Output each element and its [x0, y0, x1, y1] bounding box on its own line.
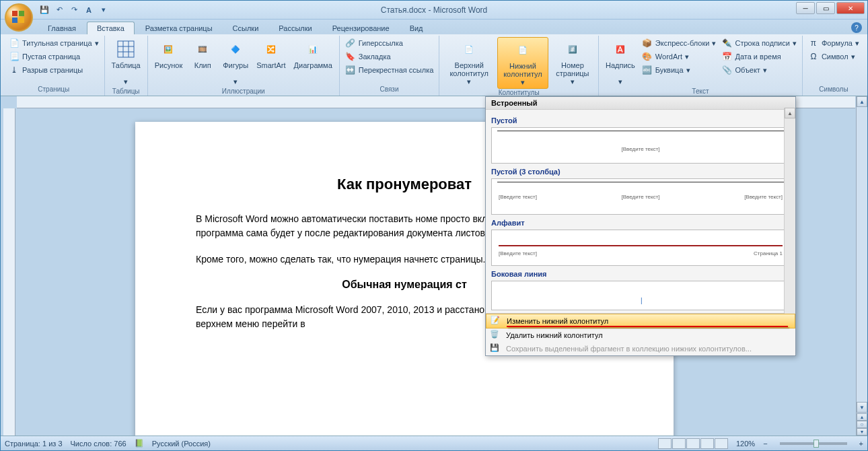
- wordart-button[interactable]: 🎨WordArt ▾: [641, 50, 718, 63]
- draft-view-icon[interactable]: [715, 438, 728, 449]
- qat-customize-icon[interactable]: ▾: [98, 4, 110, 16]
- vertical-ruler[interactable]: [3, 108, 15, 436]
- page-break-icon: ⤓: [9, 65, 20, 75]
- page-break-button[interactable]: ⤓Разрыв страницы: [7, 64, 100, 76]
- equation-button[interactable]: πФормула ▾: [807, 37, 861, 49]
- text-box-icon: 🅰️: [610, 38, 631, 60]
- bookmark-button[interactable]: 🔖Закладка: [344, 50, 435, 63]
- tab-review[interactable]: Рецензирование: [323, 22, 399, 34]
- quick-parts-icon: 📦: [642, 38, 653, 48]
- gallery-item-alphabet[interactable]: [Введите текст] Страница 1: [491, 230, 790, 266]
- prev-page-icon[interactable]: ▴: [857, 413, 867, 421]
- scroll-up-icon[interactable]: ▲: [857, 96, 867, 107]
- text-box-button[interactable]: 🅰️Надпись▾: [603, 37, 638, 88]
- object-button[interactable]: 📎Объект ▾: [720, 64, 797, 76]
- page-number-icon: #️⃣: [562, 38, 583, 60]
- tab-view[interactable]: Вид: [400, 22, 433, 34]
- date-time-button[interactable]: 📅Дата и время: [720, 50, 797, 63]
- office-button[interactable]: [5, 3, 33, 32]
- zoom-out-icon[interactable]: −: [763, 440, 767, 448]
- group-links-label: Связи: [344, 85, 435, 94]
- footer-button[interactable]: 📄Нижний колонтитул ▾: [497, 37, 548, 89]
- blank-page-icon: 📃: [9, 51, 20, 62]
- gallery-item-three-col[interactable]: [Введите текст] [Введите текст] [Введите…: [491, 178, 790, 215]
- signature-line-button[interactable]: ✒️Строка подписи ▾: [720, 37, 797, 49]
- group-text-label: Текст: [603, 88, 798, 96]
- tab-mailings[interactable]: Рассылки: [269, 22, 321, 34]
- status-word-count[interactable]: Число слов: 766: [71, 440, 126, 448]
- svg-rect-4: [118, 41, 134, 57]
- gallery-builtin-header: Встроенный: [486, 97, 795, 110]
- redo-icon[interactable]: ↷: [68, 4, 80, 16]
- tab-insert[interactable]: Вставка: [87, 22, 135, 34]
- save-selection-icon: 💾: [490, 343, 501, 354]
- cross-reference-button[interactable]: ↔️Перекрестная ссылка: [344, 64, 435, 76]
- gallery-item-label: Пустой (3 столбца): [491, 168, 790, 176]
- zoom-in-icon[interactable]: +: [859, 440, 863, 448]
- table-button[interactable]: Таблица▾: [109, 37, 143, 88]
- minimize-button[interactable]: ─: [796, 2, 815, 14]
- drop-cap-icon: 🔤: [642, 65, 653, 75]
- tab-page-layout[interactable]: Разметка страницы: [136, 22, 222, 34]
- remove-footer-menu-item[interactable]: 🗑️ Удалить нижний колонтитул: [486, 328, 795, 342]
- gallery-item-label: Пустой: [491, 116, 790, 125]
- gallery-item-sideline[interactable]: |: [491, 281, 790, 310]
- page-number-button[interactable]: #️⃣Номер страницы ▾: [551, 37, 594, 88]
- save-selection-menu-item: 💾 Сохранить выделенный фрагмент в коллек…: [486, 342, 795, 355]
- cover-page-button[interactable]: 📄Титульная страница ▾: [7, 37, 100, 49]
- cover-page-icon: 📄: [9, 38, 20, 48]
- select-browse-icon[interactable]: ○: [857, 421, 867, 428]
- maximize-button[interactable]: ▭: [816, 2, 835, 14]
- gallery-item-empty[interactable]: [Введите текст]: [491, 127, 790, 164]
- close-button[interactable]: ✕: [836, 2, 865, 14]
- full-screen-view-icon[interactable]: [672, 438, 686, 449]
- quick-access-toolbar: 💾 ↶ ↷ A ▾: [38, 4, 110, 16]
- status-page[interactable]: Страница: 1 из 3: [5, 440, 63, 448]
- cross-reference-icon: ↔️: [345, 65, 356, 75]
- chart-icon: 📊: [302, 38, 324, 60]
- gallery-item-label: Алфавит: [491, 219, 790, 227]
- vertical-scrollbar[interactable]: ▲ ▼ ▴ ○ ▾: [856, 96, 867, 436]
- zoom-slider[interactable]: [780, 442, 847, 445]
- save-icon[interactable]: 💾: [38, 4, 50, 16]
- tab-references[interactable]: Ссылки: [223, 22, 268, 34]
- tab-home[interactable]: Главная: [38, 22, 85, 34]
- smartart-button[interactable]: 🔀SmartArt: [254, 37, 288, 71]
- clip-button[interactable]: 🎞️Клип: [188, 37, 217, 71]
- group-illustrations-label: Иллюстрации: [152, 88, 335, 96]
- hyperlink-button[interactable]: 🔗Гиперссылка: [344, 37, 435, 49]
- clip-icon: 🎞️: [192, 38, 213, 60]
- shapes-button[interactable]: 🔷Фигуры▾: [220, 37, 251, 88]
- drop-cap-button[interactable]: 🔤Буквица ▾: [641, 64, 718, 76]
- group-symbols-label: Символы: [807, 85, 861, 94]
- gallery-scrollbar[interactable]: ▲ ▼: [784, 108, 795, 324]
- outline-view-icon[interactable]: [700, 438, 714, 449]
- title-bar: 💾 ↶ ↷ A ▾ Статья.docx - Microsoft Word ─…: [1, 1, 867, 20]
- blank-page-button[interactable]: 📃Пустая страница: [7, 50, 100, 63]
- web-layout-view-icon[interactable]: [686, 438, 700, 449]
- ribbon-tabs: Главная Вставка Разметка страницы Ссылки…: [1, 20, 867, 34]
- picture-icon: 🖼️: [157, 38, 179, 60]
- symbol-button[interactable]: ΩСимвол ▾: [807, 50, 861, 63]
- header-button[interactable]: 📄Верхний колонтитул ▾: [443, 37, 495, 88]
- annotation-underline: [507, 326, 788, 327]
- next-page-icon[interactable]: ▾: [857, 428, 867, 436]
- remove-footer-icon: 🗑️: [490, 330, 501, 341]
- scroll-down-icon[interactable]: ▼: [857, 402, 867, 413]
- status-language[interactable]: Русский (Россия): [152, 440, 211, 448]
- scroll-up-icon[interactable]: ▲: [785, 108, 795, 118]
- print-layout-view-icon[interactable]: [658, 438, 672, 449]
- help-icon[interactable]: ?: [851, 22, 862, 33]
- picture-button[interactable]: 🖼️Рисунок: [152, 37, 186, 71]
- undo-icon[interactable]: ↶: [53, 4, 65, 16]
- edit-footer-menu-item[interactable]: 📝 Изменить нижний колонтитул: [486, 314, 795, 328]
- font-dialog-icon[interactable]: A: [83, 4, 95, 16]
- svg-rect-0: [12, 11, 17, 16]
- proofing-icon[interactable]: 📗: [135, 439, 144, 448]
- wordart-icon: 🎨: [642, 51, 653, 62]
- svg-rect-3: [19, 18, 24, 23]
- status-bar: Страница: 1 из 3 Число слов: 766 📗 Русск…: [1, 436, 867, 450]
- quick-parts-button[interactable]: 📦Экспресс-блоки ▾: [641, 37, 718, 49]
- status-zoom[interactable]: 120%: [736, 440, 755, 448]
- chart-button[interactable]: 📊Диаграмма: [291, 37, 335, 71]
